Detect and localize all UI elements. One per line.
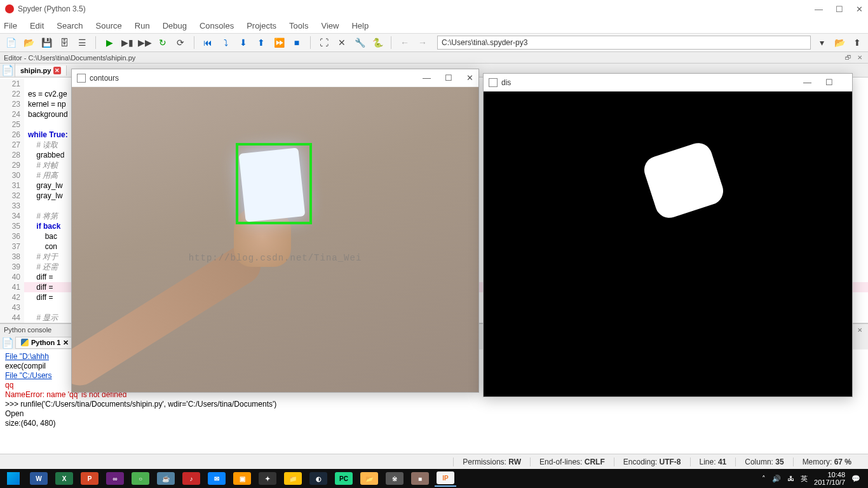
tray-ime-icon[interactable]: 英 <box>801 474 808 484</box>
kill-icon[interactable]: ⟳ <box>173 36 187 50</box>
start-button[interactable] <box>3 470 24 487</box>
taskbar-music-icon[interactable]: ♪ <box>180 470 202 487</box>
taskbar-steam-icon[interactable]: ◐ <box>308 470 329 487</box>
tray-clock[interactable]: 10:48 2017/10/7 <box>814 471 845 486</box>
taskbar-java-icon[interactable]: ☕ <box>155 470 177 487</box>
step-out-icon[interactable]: ⬆ <box>254 36 268 50</box>
menu-run[interactable]: Run <box>135 21 150 30</box>
console-tab-list-icon[interactable]: 📄 <box>0 337 15 349</box>
taskbar-explorer-icon[interactable]: 📁 <box>282 470 304 487</box>
toolbar: 📄 📂 💾 🗄 ☰ ▶ ▶▮ ▶▶ ↻ ⟳ ⏮ ⤵ ⬇ ⬆ ⏩ ■ ⛶ ✕ 🔧 … <box>0 33 868 52</box>
editor-panel-titlebar: Editor - C:\Users\tina\Documents\shipin.… <box>0 52 868 64</box>
maximize-button[interactable]: ☐ <box>836 4 843 14</box>
status-memory: Memory: 67 % <box>793 458 860 466</box>
taskbar-browser-icon[interactable]: ○ <box>130 470 151 487</box>
fullscreen-icon[interactable]: ✕ <box>335 36 349 50</box>
open-file-icon[interactable]: 📂 <box>22 36 36 50</box>
window-icon <box>489 78 498 87</box>
taskbar-thunderbird-icon[interactable]: ✉ <box>206 470 227 487</box>
status-eol: End-of-lines: CRLF <box>530 458 614 466</box>
tray-volume-icon[interactable]: 🔊 <box>772 475 781 483</box>
taskbar-app3-icon[interactable]: ■ <box>409 470 431 487</box>
menu-debug[interactable]: Debug <box>163 21 187 30</box>
menu-source[interactable]: Source <box>96 21 122 30</box>
window-dis[interactable]: dis — ☐ <box>483 73 853 397</box>
tab-list-icon[interactable]: 📄 <box>0 64 15 78</box>
menu-help[interactable]: Help <box>351 21 369 30</box>
preferences-icon[interactable]: 🔧 <box>353 36 367 50</box>
forward-icon[interactable]: → <box>416 36 430 50</box>
tray-notifications-icon[interactable]: 💬 <box>851 475 860 483</box>
statusbar: Permissions: RW End-of-lines: CRLF Encod… <box>0 454 868 469</box>
back-icon[interactable]: ← <box>398 36 412 50</box>
menubar: File Edit Search Source Run Debug Consol… <box>0 18 868 33</box>
taskbar-vm-icon[interactable]: ▣ <box>231 470 253 487</box>
menu-projects[interactable]: Projects <box>247 21 276 30</box>
status-column: Column: 35 <box>735 458 792 466</box>
step-over-icon[interactable]: ⤵ <box>219 36 233 50</box>
app-title: Spyder (Python 3.5) <box>18 4 86 13</box>
taskbar-app-icon[interactable]: ✦ <box>257 470 278 487</box>
window-contours-titlebar[interactable]: contours — ☐ ✕ <box>72 69 478 87</box>
minimize-button[interactable]: — <box>815 4 823 14</box>
save-file-icon[interactable]: 💾 <box>39 36 53 50</box>
menu-edit[interactable]: Edit <box>30 21 44 30</box>
browse-dir-icon[interactable]: 📂 <box>832 36 846 50</box>
minimize-button[interactable]: — <box>423 73 431 83</box>
taskbar-jupyter-icon[interactable]: IP <box>435 470 456 487</box>
maximize-button[interactable]: ☐ <box>825 78 833 87</box>
python-path-icon[interactable]: 🐍 <box>370 36 384 50</box>
contours-image: http://blog.csdn.net/Tina_Wei <box>72 87 478 392</box>
maximize-button[interactable]: ☐ <box>445 73 452 83</box>
window-contours[interactable]: contours — ☐ ✕ http://blog.csdn.net/Tina… <box>71 69 479 393</box>
parent-dir-icon[interactable]: ⬆ <box>850 36 864 50</box>
python-icon <box>21 339 29 346</box>
system-tray: ˄ 🔊 🖧 英 10:48 2017/10/7 💬 <box>762 471 865 486</box>
separator <box>310 36 311 49</box>
rerun-icon[interactable]: ↻ <box>156 36 170 50</box>
menu-tools[interactable]: Tools <box>289 21 308 30</box>
taskbar-powerpoint-icon[interactable]: P <box>79 470 100 487</box>
minimize-button[interactable]: — <box>803 78 811 87</box>
taskbar-pycharm-icon[interactable]: PC <box>333 470 355 487</box>
max-pane-icon[interactable]: ⛶ <box>317 36 331 50</box>
window-dis-titlebar[interactable]: dis — ☐ <box>484 74 852 92</box>
step-into-icon[interactable]: ⬇ <box>236 36 250 50</box>
app-titlebar: Spyder (Python 3.5) — ☐ ✕ <box>0 0 868 18</box>
windows-taskbar: W X P ∞ ○ ☕ ♪ ✉ ▣ ✦ 📁 ◐ PC 📂 ※ ■ IP ˄ 🔊 … <box>0 469 868 488</box>
status-encoding: Encoding: UTF-8 <box>614 458 690 466</box>
tray-network-icon[interactable]: 🖧 <box>787 475 794 482</box>
stop-icon[interactable]: ■ <box>290 36 304 50</box>
panel-controls[interactable]: 🗗 ✕ <box>845 54 864 61</box>
taskbar-folder-icon[interactable]: 📂 <box>358 470 380 487</box>
continue-icon[interactable]: ⏩ <box>272 36 286 50</box>
run-cell-advance-icon[interactable]: ▶▶ <box>138 36 152 50</box>
tab-shipin[interactable]: shipin.py ✕ <box>15 65 67 76</box>
run-icon[interactable]: ▶ <box>102 36 116 50</box>
status-line: Line: 41 <box>690 458 736 466</box>
taskbar-app2-icon[interactable]: ※ <box>384 470 405 487</box>
console-tab-python1[interactable]: Python 1 ✕ <box>15 337 74 349</box>
tab-close-icon[interactable]: ✕ <box>53 67 61 74</box>
separator <box>95 36 96 49</box>
close-button[interactable]: ✕ <box>856 4 863 14</box>
tab-close-icon[interactable]: ✕ <box>63 339 69 347</box>
menu-search[interactable]: Search <box>57 21 83 30</box>
menu-view[interactable]: View <box>321 21 339 30</box>
run-cell-icon[interactable]: ▶▮ <box>120 36 134 50</box>
menu-consoles[interactable]: Consoles <box>200 21 234 30</box>
tray-chevron-icon[interactable]: ˄ <box>762 475 766 483</box>
taskbar-visualstudio-icon[interactable]: ∞ <box>104 470 126 487</box>
tab-label: shipin.py <box>20 67 51 74</box>
save-all-icon[interactable]: 🗄 <box>57 36 71 50</box>
outline-icon[interactable]: ☰ <box>75 36 89 50</box>
new-file-icon[interactable]: 📄 <box>4 36 18 50</box>
menu-file[interactable]: File <box>4 21 17 30</box>
taskbar-word-icon[interactable]: W <box>28 470 50 487</box>
path-dropdown-icon[interactable]: ▾ <box>815 36 829 50</box>
taskbar-excel-icon[interactable]: X <box>53 470 75 487</box>
working-dir-input[interactable] <box>437 36 811 50</box>
close-button[interactable]: ✕ <box>466 73 473 83</box>
debug-icon[interactable]: ⏮ <box>201 36 215 50</box>
threshold-blob <box>641 139 727 221</box>
